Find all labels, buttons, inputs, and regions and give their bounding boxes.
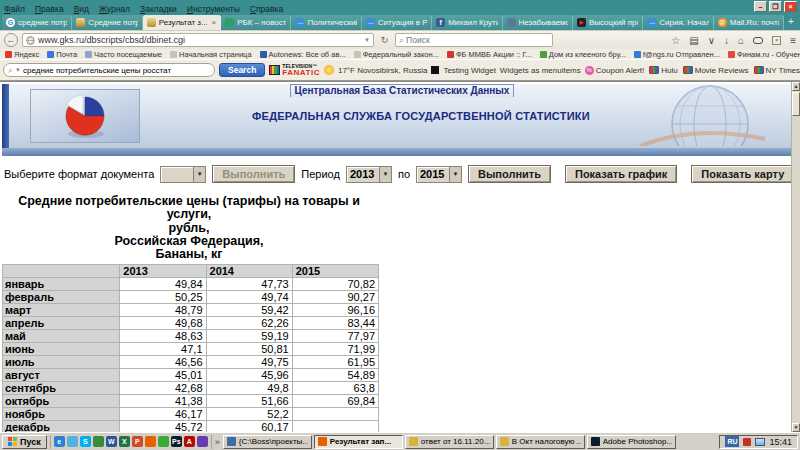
- menu-item-5[interactable]: Инструменты: [187, 4, 240, 14]
- bookmark-7[interactable]: Дом из клееного бру...: [540, 50, 626, 59]
- bookmark-6[interactable]: ФБ ММВБ Акции :: Г...: [447, 50, 532, 59]
- widget-movie-reviews[interactable]: Movie Reviews: [683, 66, 749, 75]
- run-button[interactable]: Выполнить: [468, 165, 551, 183]
- value-cell: 96,16: [292, 304, 378, 317]
- url-dropdown-icon[interactable]: ▼: [364, 37, 370, 43]
- toolbar-search-box[interactable]: ⌕ ▼: [3, 63, 215, 77]
- bookmarks-panel-icon[interactable]: ▤: [689, 35, 698, 46]
- tab-10[interactable]: @Mail.Ru: почта,...: [714, 15, 784, 30]
- menu-item-1[interactable]: Правка: [35, 4, 64, 14]
- language-indicator[interactable]: RU: [725, 436, 739, 447]
- browser-icon[interactable]: [145, 436, 156, 447]
- value-cell: [292, 408, 378, 421]
- tab-9[interactable]: …Сирия. Начало ...: [643, 15, 713, 30]
- run-format-button[interactable]: Выполнить: [212, 165, 295, 183]
- tab-7[interactable]: Незабываемое ...: [503, 15, 573, 30]
- taskbar-button-2[interactable]: ответ от 16.11.20...: [405, 435, 494, 449]
- bookmark-8[interactable]: f@ngs.ru Отправлен...: [634, 50, 720, 59]
- magnifier-icon: ⌕: [8, 65, 13, 76]
- widget-coupon-alert-[interactable]: %Coupon Alert!: [585, 66, 644, 75]
- nav-search-box[interactable]: ⌕: [395, 33, 553, 47]
- show-chart-button[interactable]: Показать график: [565, 165, 677, 183]
- cbsd-tab[interactable]: Центральная База Статистических Данных: [290, 84, 514, 97]
- taskbar-button-1[interactable]: Результат зап...: [314, 435, 403, 449]
- search-engine-dropdown-icon[interactable]: ▼: [15, 67, 21, 73]
- taskbar-button-4[interactable]: Adobe Photoshop...: [587, 435, 676, 449]
- hello-chat-icon[interactable]: [753, 37, 763, 44]
- year-from-select[interactable]: 2013 ▼: [346, 166, 392, 183]
- extension-icon[interactable]: ×: [772, 36, 781, 45]
- tab-1[interactable]: Средние потреб...: [72, 15, 142, 30]
- show-map-button[interactable]: Показать карту: [691, 165, 794, 183]
- internet-explorer-icon[interactable]: e: [54, 436, 65, 447]
- bookmark-4[interactable]: Autonews: Все об ав...: [260, 50, 346, 59]
- tab-2[interactable]: Результат з...×: [143, 15, 221, 30]
- restore-button[interactable]: ❐: [769, 1, 782, 12]
- back-icon[interactable]: ←: [4, 33, 18, 47]
- reload-icon[interactable]: ↻: [378, 35, 391, 45]
- tab-close-icon[interactable]: ×: [210, 18, 216, 27]
- weather-sun-icon[interactable]: [324, 65, 334, 75]
- tab-5[interactable]: …Ситуация в Росс...: [362, 15, 432, 30]
- toolbar-overflow-icon[interactable]: »: [215, 437, 220, 447]
- home-icon[interactable]: ⌂: [738, 35, 744, 46]
- tab-0[interactable]: Gсредние потреб...: [2, 15, 72, 30]
- tab-6[interactable]: fМихаил Крутихин: [432, 15, 502, 30]
- widget-hulu[interactable]: Hulu: [649, 66, 677, 75]
- testing-widget-label[interactable]: Testing Widget: [443, 66, 495, 75]
- bookmark-9[interactable]: Финам.ru - Обучени...: [728, 50, 800, 59]
- skype-icon[interactable]: S: [80, 436, 91, 447]
- tray-app-icon[interactable]: [743, 438, 751, 446]
- app-purple-icon[interactable]: [197, 436, 208, 447]
- bookmark-label: Яндекс: [14, 50, 39, 59]
- hamburger-menu-icon[interactable]: ≡: [790, 35, 796, 46]
- excel-icon[interactable]: X: [119, 436, 130, 447]
- search-button[interactable]: Search: [219, 63, 265, 77]
- bookmark-favicon: [540, 51, 547, 58]
- menu-item-2[interactable]: Вид: [74, 4, 89, 14]
- format-select[interactable]: ▼: [160, 166, 206, 183]
- menu-item-4[interactable]: Закладки: [140, 4, 177, 14]
- nav-search-input[interactable]: [406, 35, 549, 45]
- bookmark-5[interactable]: Федеральный закон...: [354, 50, 439, 59]
- bookmark-1[interactable]: Почта: [47, 50, 77, 59]
- menu-item-3[interactable]: Журнал: [99, 4, 130, 14]
- widgets-menuitems-label[interactable]: Widgets as menuitems: [500, 66, 581, 75]
- tab-8[interactable]: ▶Высоцкий про в...: [573, 15, 643, 30]
- photoshop-icon[interactable]: Ps: [171, 436, 182, 447]
- pocket-icon[interactable]: ∨: [708, 35, 715, 46]
- scrollbar-thumb[interactable]: [792, 92, 800, 116]
- powerpoint-icon[interactable]: P: [132, 436, 143, 447]
- close-button[interactable]: ×: [784, 1, 797, 12]
- vertical-scrollbar[interactable]: ▲ ▼: [791, 82, 800, 432]
- bookmark-3[interactable]: Начальная страница: [170, 50, 252, 59]
- tab-3[interactable]: РБК – новости,...: [221, 15, 291, 30]
- word-icon[interactable]: W: [106, 436, 117, 447]
- scroll-down-icon[interactable]: ▼: [792, 423, 800, 432]
- bookmark-0[interactable]: Яндекс: [5, 50, 39, 59]
- weather-label[interactable]: 17°F Novosibirsk, Russia: [338, 66, 427, 75]
- network-icon[interactable]: [755, 438, 765, 446]
- new-tab-button[interactable]: +: [784, 15, 798, 30]
- app-green-icon[interactable]: [158, 436, 169, 447]
- widget-ny-times[interactable]: NY Times: [754, 66, 800, 75]
- downloads-icon[interactable]: ↓: [724, 35, 729, 46]
- library-icon[interactable]: [93, 436, 104, 447]
- bookmark-2[interactable]: Часто посещаемые: [85, 50, 162, 59]
- taskbar-button-0[interactable]: {C:\Boss\проекты...: [223, 435, 312, 449]
- year-to-select[interactable]: 2015 ▼: [416, 166, 462, 183]
- acrobat-icon[interactable]: A: [184, 436, 195, 447]
- url-bar[interactable]: ▼: [22, 33, 374, 47]
- toolbar-search-input[interactable]: [23, 66, 210, 75]
- menu-item-0[interactable]: Файл: [4, 4, 25, 14]
- menu-bar: ФайлПравкаВидЖурналЗакладкиИнструментыСп…: [0, 0, 800, 13]
- menu-item-6[interactable]: Справка: [250, 4, 283, 14]
- url-input[interactable]: [38, 35, 361, 45]
- minimize-button[interactable]: –: [754, 1, 767, 12]
- start-button[interactable]: Пуск: [2, 435, 47, 449]
- scroll-up-icon[interactable]: ▲: [792, 82, 800, 91]
- tab-4[interactable]: …Политический...: [291, 15, 361, 30]
- taskbar-button-3[interactable]: В Окт налоговую ...: [496, 435, 585, 449]
- bookmark-star-icon[interactable]: ☆: [671, 35, 680, 46]
- messenger-icon[interactable]: [67, 436, 78, 447]
